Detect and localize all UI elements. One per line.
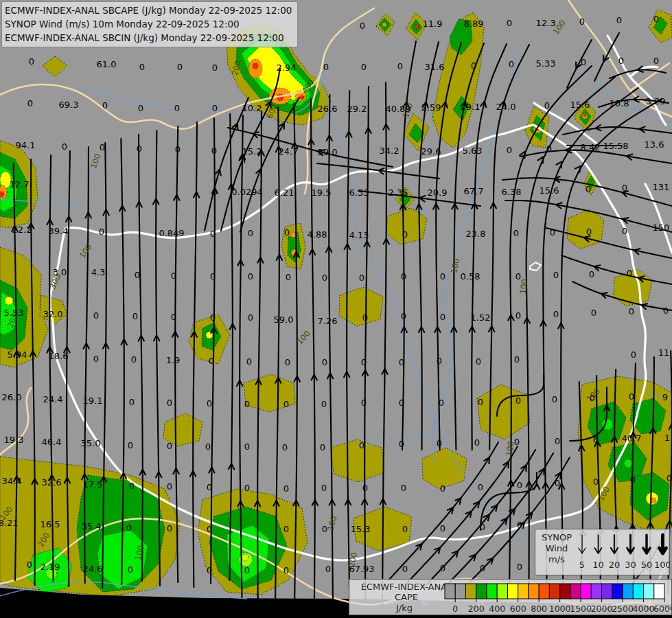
- svg-text:0.0294: 0.0294: [231, 187, 263, 197]
- svg-text:0: 0: [283, 524, 289, 534]
- svg-text:0: 0: [93, 310, 99, 321]
- svg-text:0: 0: [62, 141, 67, 152]
- svg-text:2000: 2000: [591, 604, 613, 614]
- svg-text:0: 0: [282, 442, 288, 453]
- svg-text:0: 0: [402, 524, 408, 534]
- svg-text:400: 400: [489, 604, 505, 614]
- svg-text:24.7: 24.7: [279, 146, 299, 157]
- svg-text:0: 0: [622, 183, 627, 193]
- svg-text:6000: 6000: [653, 604, 671, 614]
- svg-text:0: 0: [211, 146, 217, 156]
- svg-text:0: 0: [667, 473, 672, 483]
- svg-text:5.33: 5.33: [536, 58, 556, 69]
- svg-text:0: 0: [129, 481, 135, 491]
- svg-text:0: 0: [589, 269, 594, 279]
- svg-text:0: 0: [631, 350, 636, 360]
- svg-text:0: 0: [555, 478, 560, 488]
- svg-text:1000: 1000: [549, 604, 571, 614]
- svg-text:19.1: 19.1: [83, 396, 103, 406]
- svg-text:0: 0: [171, 312, 176, 322]
- svg-text:5.63: 5.63: [463, 146, 483, 156]
- svg-text:0: 0: [514, 437, 520, 447]
- svg-text:0: 0: [439, 398, 444, 408]
- svg-text:0: 0: [555, 436, 560, 446]
- svg-text:0: 0: [360, 21, 365, 31]
- svg-text:0: 0: [248, 312, 253, 323]
- svg-text:0: 0: [207, 524, 212, 534]
- svg-text:8.21: 8.21: [0, 518, 18, 528]
- svg-text:30: 30: [625, 560, 636, 570]
- svg-text:0: 0: [322, 524, 327, 534]
- svg-text:0: 0: [550, 227, 555, 238]
- svg-text:0: 0: [323, 62, 329, 72]
- svg-text:0: 0: [99, 227, 104, 237]
- svg-text:4.88: 4.88: [308, 229, 327, 240]
- svg-text:0: 0: [207, 565, 212, 575]
- svg-text:0: 0: [177, 62, 183, 72]
- svg-text:0: 0: [471, 60, 476, 71]
- svg-text:0: 0: [399, 439, 404, 449]
- svg-text:0: 0: [480, 563, 485, 573]
- svg-text:9: 9: [662, 392, 668, 402]
- svg-text:12.7: 12.7: [10, 179, 30, 190]
- svg-text:0: 0: [476, 356, 481, 367]
- svg-text:0: 0: [212, 187, 218, 197]
- svg-text:0: 0: [517, 562, 522, 572]
- svg-text:12.3: 12.3: [536, 18, 556, 28]
- svg-text:2500: 2500: [612, 604, 634, 614]
- svg-text:0: 0: [399, 357, 404, 367]
- svg-text:0: 0: [513, 228, 519, 238]
- svg-text:0: 0: [616, 15, 622, 25]
- svg-text:0: 0: [480, 522, 485, 532]
- svg-text:1.9: 1.9: [166, 355, 181, 365]
- svg-text:4.13: 4.13: [349, 230, 369, 240]
- svg-text:10: 10: [592, 560, 604, 570]
- svg-text:0: 0: [27, 98, 33, 108]
- svg-text:11: 11: [658, 347, 670, 358]
- svg-text:61.0: 61.0: [97, 59, 117, 69]
- svg-text:600: 600: [510, 604, 526, 614]
- svg-text:24.0: 24.0: [496, 102, 516, 112]
- svg-text:0: 0: [167, 398, 172, 408]
- svg-text:0: 0: [131, 354, 137, 365]
- svg-text:100: 100: [78, 242, 94, 260]
- svg-text:0: 0: [507, 145, 512, 155]
- svg-text:34.4: 34.4: [2, 476, 22, 486]
- svg-text:32.0: 32.0: [43, 309, 63, 319]
- svg-text:5.53: 5.53: [4, 308, 24, 318]
- svg-text:24.6: 24.6: [83, 564, 103, 574]
- svg-text:20: 20: [609, 560, 621, 570]
- svg-text:0: 0: [478, 397, 483, 407]
- cape-legend-unit: J/kg: [370, 603, 439, 613]
- svg-text:24.4: 24.4: [43, 394, 63, 404]
- svg-text:0: 0: [553, 309, 559, 319]
- svg-text:40.7: 40.7: [622, 433, 642, 444]
- svg-text:0: 0: [546, 144, 552, 154]
- svg-text:5: 5: [579, 560, 585, 570]
- svg-text:0: 0: [167, 481, 172, 492]
- cape-colour-scale: 0200400600800100015002000250040006000: [441, 580, 671, 615]
- svg-text:0: 0: [622, 226, 627, 236]
- svg-text:0: 0: [517, 520, 522, 530]
- svg-text:0: 0: [544, 100, 550, 111]
- svg-text:2.59: 2.59: [421, 102, 441, 113]
- svg-text:6.33: 6.33: [349, 187, 369, 198]
- svg-text:1: 1: [664, 433, 670, 443]
- svg-text:0: 0: [437, 356, 442, 366]
- svg-text:46.4: 46.4: [42, 437, 62, 447]
- svg-text:0: 0: [361, 62, 367, 72]
- svg-text:0: 0: [591, 308, 596, 318]
- svg-text:67.93: 67.93: [349, 564, 374, 574]
- svg-text:0: 0: [590, 393, 595, 403]
- header-line-sbcape: ECMWF-INDEX-ANAL SBCAPE (J/kg) Monday 22…: [5, 3, 293, 17]
- svg-text:0: 0: [209, 356, 214, 366]
- svg-text:5.94: 5.94: [8, 350, 27, 360]
- svg-text:0: 0: [207, 398, 212, 409]
- header-box: ECMWF-INDEX-ANAL SBCAPE (J/kg) Monday 22…: [1, 1, 298, 47]
- svg-text:0: 0: [135, 270, 140, 280]
- svg-text:2.94: 2.94: [277, 62, 297, 73]
- svg-text:0: 0: [359, 273, 364, 283]
- svg-text:0: 0: [283, 565, 289, 575]
- svg-text:29.1: 29.1: [461, 102, 480, 112]
- synop-arrow-scale: 510203050100: [575, 529, 670, 575]
